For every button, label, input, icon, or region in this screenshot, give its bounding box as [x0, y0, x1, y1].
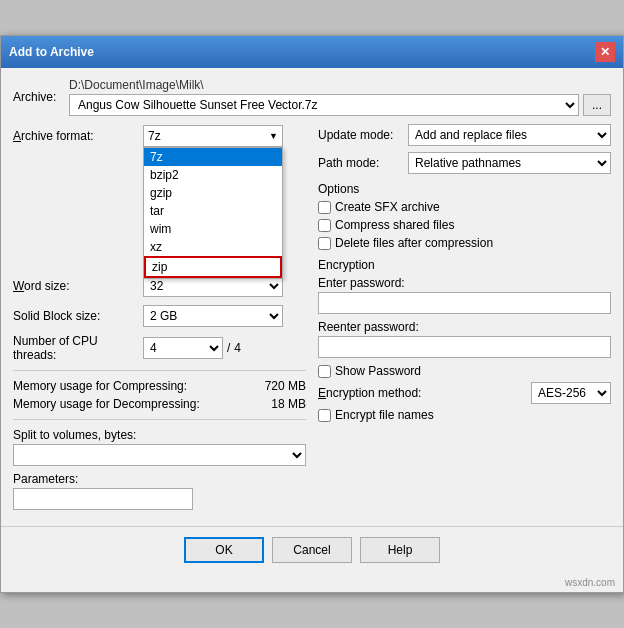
- format-dropdown-list: 7z bzip2 gzip tar wim xz zip: [143, 147, 283, 279]
- encrypt-filenames-checkbox[interactable]: [318, 409, 331, 422]
- button-row: OK Cancel Help: [1, 526, 623, 575]
- format-selected-value: 7z: [148, 129, 161, 143]
- archive-path-stack: D:\Document\Image\Milk\ Angus Cow Silhou…: [69, 78, 611, 116]
- chevron-down-icon: ▼: [269, 131, 278, 141]
- cpu-threads-row: Number of CPU threads: 4 / 4: [13, 334, 306, 362]
- divider-1: [13, 370, 306, 371]
- cpu-threads-select[interactable]: 4: [143, 337, 223, 359]
- path-mode-row: Path mode: Relative pathnames: [318, 152, 611, 174]
- compress-shared-label[interactable]: Compress shared files: [335, 218, 454, 232]
- update-mode-row: Update mode: Add and replace files: [318, 124, 611, 146]
- format-option-xz[interactable]: xz: [144, 238, 282, 256]
- divider-2: [13, 419, 306, 420]
- right-column: Update mode: Add and replace files Path …: [318, 124, 611, 516]
- cpu-slash: /: [227, 341, 230, 355]
- enter-password-input[interactable]: [318, 292, 611, 314]
- parameters-section: Parameters:: [13, 472, 306, 510]
- memory-compress-label: Memory usage for Compressing:: [13, 379, 246, 393]
- browse-button[interactable]: ...: [583, 94, 611, 116]
- delete-files-checkbox[interactable]: [318, 237, 331, 250]
- show-password-row: Show Password: [318, 364, 611, 378]
- options-section: Options Create SFX archive Compress shar…: [318, 182, 611, 250]
- add-to-archive-dialog: Add to Archive ✕ Archive: D:\Document\Im…: [0, 35, 624, 593]
- reenter-password-label: Reenter password:: [318, 320, 611, 334]
- word-size-label: Word size:: [13, 279, 143, 293]
- create-sfx-row: Create SFX archive: [318, 200, 611, 214]
- format-row: Archive format: 7z ▼ 7z bzip2 gzip tar w…: [13, 124, 306, 148]
- encryption-title: Encryption: [318, 258, 611, 272]
- format-label: Archive format:: [13, 129, 143, 143]
- archive-path-row: Archive: D:\Document\Image\Milk\ Angus C…: [13, 78, 611, 116]
- show-password-checkbox[interactable]: [318, 365, 331, 378]
- update-mode-label: Update mode:: [318, 128, 408, 142]
- reenter-password-input[interactable]: [318, 336, 611, 358]
- options-title: Options: [318, 182, 611, 196]
- cpu-threads-label: Number of CPU threads:: [13, 334, 143, 362]
- encryption-method-row: Encryption method: AES-256: [318, 382, 611, 404]
- left-column: Archive format: 7z ▼ 7z bzip2 gzip tar w…: [13, 124, 306, 516]
- dialog-title: Add to Archive: [9, 45, 94, 59]
- delete-files-label[interactable]: Delete files after compression: [335, 236, 493, 250]
- memory-decompress-value: 18 MB: [246, 397, 306, 411]
- compress-shared-checkbox[interactable]: [318, 219, 331, 232]
- compress-shared-row: Compress shared files: [318, 218, 611, 232]
- path-mode-select[interactable]: Relative pathnames: [408, 152, 611, 174]
- help-button[interactable]: Help: [360, 537, 440, 563]
- title-bar: Add to Archive ✕: [1, 36, 623, 68]
- cancel-button[interactable]: Cancel: [272, 537, 352, 563]
- split-row: Split to volumes, bytes:: [13, 428, 306, 466]
- format-dropdown-container: 7z ▼ 7z bzip2 gzip tar wim xz zip: [143, 125, 283, 147]
- show-password-label[interactable]: Show Password: [335, 364, 421, 378]
- format-option-zip[interactable]: zip: [144, 256, 282, 278]
- delete-files-row: Delete files after compression: [318, 236, 611, 250]
- split-label: Split to volumes, bytes:: [13, 428, 306, 442]
- archive-directory: D:\Document\Image\Milk\: [69, 78, 611, 92]
- parameters-label: Parameters:: [13, 472, 306, 486]
- encrypt-filenames-label[interactable]: Encrypt file names: [335, 408, 434, 422]
- update-mode-select[interactable]: Add and replace files: [408, 124, 611, 146]
- memory-decompress-row: Memory usage for Decompressing: 18 MB: [13, 397, 306, 411]
- split-select[interactable]: [13, 444, 306, 466]
- format-option-7z[interactable]: 7z: [144, 148, 282, 166]
- format-option-bzip2[interactable]: bzip2: [144, 166, 282, 184]
- format-selected-display[interactable]: 7z ▼: [143, 125, 283, 147]
- encryption-section: Encryption Enter password: Reenter passw…: [318, 258, 611, 422]
- create-sfx-checkbox[interactable]: [318, 201, 331, 214]
- encrypt-filenames-row: Encrypt file names: [318, 408, 611, 422]
- ok-button[interactable]: OK: [184, 537, 264, 563]
- format-option-gzip[interactable]: gzip: [144, 184, 282, 202]
- encryption-method-select[interactable]: AES-256: [531, 382, 611, 404]
- close-button[interactable]: ✕: [595, 42, 615, 62]
- archive-filename-select[interactable]: Angus Cow Silhouette Sunset Free Vector.…: [69, 94, 579, 116]
- solid-block-select[interactable]: 2 GB: [143, 305, 283, 327]
- main-columns: Archive format: 7z ▼ 7z bzip2 gzip tar w…: [13, 124, 611, 516]
- watermark: wsxdn.com: [1, 575, 623, 592]
- cpu-total: 4: [234, 341, 241, 355]
- archive-filename-row: Angus Cow Silhouette Sunset Free Vector.…: [69, 94, 611, 116]
- dialog-body: Archive: D:\Document\Image\Milk\ Angus C…: [1, 68, 623, 526]
- parameters-input[interactable]: [13, 488, 193, 510]
- path-mode-label: Path mode:: [318, 156, 408, 170]
- solid-block-row: Solid Block size: 2 GB: [13, 304, 306, 328]
- memory-compress-value: 720 MB: [246, 379, 306, 393]
- archive-label: Archive:: [13, 90, 65, 104]
- format-option-tar[interactable]: tar: [144, 202, 282, 220]
- create-sfx-label[interactable]: Create SFX archive: [335, 200, 440, 214]
- format-option-wim[interactable]: wim: [144, 220, 282, 238]
- memory-decompress-label: Memory usage for Decompressing:: [13, 397, 246, 411]
- enter-password-label: Enter password:: [318, 276, 611, 290]
- encryption-method-label: Encryption method:: [318, 386, 527, 400]
- memory-compress-row: Memory usage for Compressing: 720 MB: [13, 379, 306, 393]
- solid-block-label: Solid Block size:: [13, 309, 143, 323]
- cpu-threads-control: 4 / 4: [143, 337, 241, 359]
